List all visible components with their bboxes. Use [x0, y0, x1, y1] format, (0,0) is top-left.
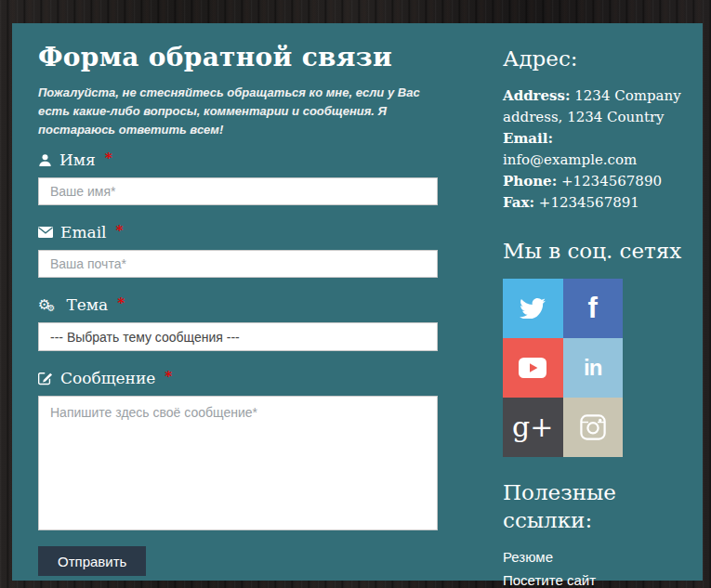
email-label-text: Email	[60, 223, 107, 242]
useful-links-title: Полезные ссылки:	[503, 479, 656, 535]
required-asterisk: *	[116, 222, 124, 239]
email-input[interactable]	[38, 250, 438, 278]
contact-form: Форма обратной связи Пожалуйста, не стес…	[38, 44, 438, 581]
resume-link[interactable]: Резюме	[503, 545, 689, 568]
name-label: Имя *	[38, 150, 438, 169]
google-plus-icon: g+	[512, 413, 553, 441]
name-input[interactable]	[38, 177, 438, 205]
facebook-icon: f	[588, 294, 598, 322]
subject-label-text: Тема	[66, 295, 108, 314]
youtube-icon	[519, 358, 546, 378]
edit-icon	[38, 371, 53, 385]
envelope-icon	[38, 227, 53, 238]
field-message: Сообщение *	[38, 369, 438, 530]
field-name: Имя *	[38, 150, 438, 205]
address-block: Address: 1234 Company address, 1234 Coun…	[503, 85, 689, 214]
email-label: Email *	[38, 223, 438, 242]
cogs-icon: ⚙⚙	[38, 298, 59, 312]
page-title: Форма обратной связи	[38, 44, 438, 72]
address-entry: Email: info@example.com	[503, 128, 689, 171]
address-entry: Fax: +1234567891	[503, 192, 689, 214]
sidebar: Адрес: Address: 1234 Company address, 12…	[503, 44, 689, 581]
required-asterisk: *	[117, 294, 125, 311]
field-subject: ⚙⚙ Тема * --- Выбрать тему сообщения ---	[38, 295, 438, 351]
required-asterisk: *	[105, 150, 112, 166]
address-entry: Phone: +1234567890	[503, 171, 689, 192]
required-asterisk: *	[165, 368, 172, 385]
form-subtitle: Пожалуйста, не стесняйтесь обращаться ко…	[38, 84, 438, 139]
contact-panel: Форма обратной связи Пожалуйста, не стес…	[12, 23, 703, 581]
submit-button[interactable]: Отправить	[38, 546, 146, 576]
instagram-link[interactable]	[563, 398, 624, 457]
instagram-icon	[580, 414, 606, 440]
facebook-link[interactable]: f	[563, 279, 624, 338]
linkedin-link[interactable]: in	[563, 338, 624, 398]
message-label-text: Сообщение	[60, 369, 155, 387]
subject-label: ⚙⚙ Тема *	[38, 295, 438, 314]
social-title: Мы в соц. сетях	[503, 238, 689, 266]
name-label-text: Имя	[59, 150, 96, 169]
social-grid: f in g+	[503, 279, 623, 457]
message-textarea[interactable]	[38, 396, 438, 530]
page-background: Форма обратной связи Пожалуйста, не стес…	[0, 0, 711, 588]
field-email: Email *	[38, 223, 438, 278]
google-plus-link[interactable]: g+	[503, 398, 563, 457]
twitter-link[interactable]	[503, 279, 563, 338]
address-entry: Address: 1234 Company address, 1234 Coun…	[503, 85, 689, 128]
youtube-link[interactable]	[503, 338, 563, 398]
address-title: Адрес:	[503, 46, 689, 73]
user-icon	[38, 153, 52, 167]
twitter-icon	[520, 297, 546, 319]
subject-select[interactable]: --- Выбрать тему сообщения ---	[38, 322, 438, 351]
useful-links: Резюме Посетите сайт	[503, 545, 689, 588]
linkedin-icon: in	[584, 357, 601, 379]
message-label: Сообщение *	[38, 369, 438, 387]
visit-site-link[interactable]: Посетите сайт	[503, 568, 689, 588]
